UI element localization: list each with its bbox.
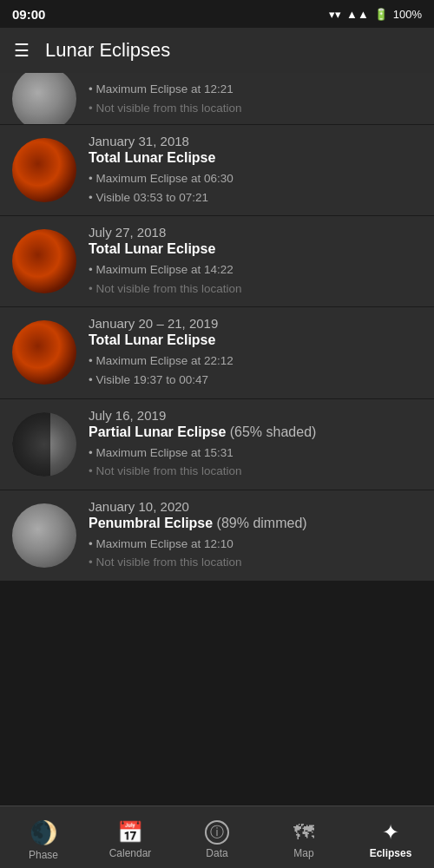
app-header: ☰ Lunar Eclipses	[0, 28, 434, 73]
eclipse-date: July 16, 2019	[89, 408, 422, 423]
eclipse-type: Partial Lunar Eclipse (65% shaded)	[89, 424, 422, 440]
eclipse-type: Penumbral Eclipse (89% dimmed)	[89, 516, 422, 531]
detail-line-1: • Maximum Eclipse at 06:30	[89, 172, 233, 185]
eclipses-icon: ✦	[382, 820, 399, 845]
eclipse-detail: • Maximum Eclipse at 12:10 • Not visible…	[89, 535, 422, 572]
nav-phase[interactable]: 🌒 Phase	[0, 814, 87, 861]
eclipse-detail: • Maximum Eclipse at 14:22 • Not visible…	[89, 260, 422, 298]
detail-line-1: • Maximum Eclipse at 12:21	[89, 82, 233, 95]
eclipse-detail: • Maximum Eclipse at 06:30 • Visible 03:…	[89, 169, 422, 207]
nav-phase-label: Phase	[29, 849, 58, 861]
nav-map[interactable]: 🗺 Map	[260, 815, 347, 859]
eclipse-info: July 16, 2019 Partial Lunar Eclipse (65%…	[89, 408, 422, 481]
detail-line-1: • Maximum Eclipse at 12:10	[89, 537, 233, 550]
phase-icon: 🌒	[30, 819, 57, 846]
battery-icon: 🔋	[374, 8, 388, 21]
map-icon: 🗺	[293, 820, 314, 845]
moon-image	[12, 138, 76, 202]
nav-map-label: Map	[293, 847, 313, 859]
detail-line-2: • Not visible from this location	[89, 556, 242, 569]
moon-image	[12, 412, 76, 477]
nav-data-label: Data	[206, 847, 227, 859]
nav-eclipses-label: Eclipses	[370, 847, 412, 859]
eclipse-info: January 31, 2018 Total Lunar Eclipse • M…	[89, 134, 422, 207]
nav-data[interactable]: ⓘ Data	[174, 815, 260, 859]
eclipse-list: • Maximum Eclipse at 12:21 • Not visible…	[0, 73, 434, 806]
list-item[interactable]: January 20 – 21, 2019 Total Lunar Eclips…	[0, 307, 434, 398]
status-icons: ▾▾ ▲▲ 🔋 100%	[329, 8, 422, 21]
wifi-icon: ▾▾	[329, 8, 341, 21]
eclipse-date: January 20 – 21, 2019	[89, 316, 422, 331]
detail-line-2: • Not visible from this location	[89, 282, 242, 295]
eclipse-detail: • Maximum Eclipse at 22:12 • Visible 19:…	[89, 352, 422, 389]
eclipse-type: Total Lunar Eclipse	[89, 332, 422, 348]
eclipse-date: January 10, 2020	[89, 499, 422, 514]
detail-line-1: • Maximum Eclipse at 14:22	[89, 263, 233, 276]
moon-image	[12, 503, 76, 568]
moon-image	[12, 73, 76, 125]
signal-icon: ▲▲	[346, 8, 369, 21]
moon-image	[12, 229, 76, 293]
status-time: 09:00	[12, 7, 45, 22]
list-item[interactable]: July 27, 2018 Total Lunar Eclipse • Maxi…	[0, 216, 434, 307]
status-bar: 09:00 ▾▾ ▲▲ 🔋 100%	[0, 0, 434, 28]
detail-line-1: • Maximum Eclipse at 22:12	[89, 354, 233, 367]
page-title: Lunar Eclipses	[45, 39, 170, 62]
eclipse-info: January 20 – 21, 2019 Total Lunar Eclips…	[89, 316, 422, 389]
moon-image	[12, 320, 76, 385]
eclipse-info: July 27, 2018 Total Lunar Eclipse • Maxi…	[89, 225, 422, 298]
eclipse-info: January 10, 2020 Penumbral Eclipse (89% …	[89, 499, 422, 572]
nav-calendar[interactable]: 📅 Calendar	[87, 815, 174, 859]
list-item[interactable]: July 16, 2019 Partial Lunar Eclipse (65%…	[0, 399, 434, 490]
list-item[interactable]: January 31, 2018 Total Lunar Eclipse • M…	[0, 125, 434, 216]
battery-percentage: 100%	[393, 8, 422, 21]
eclipse-info: • Maximum Eclipse at 12:21 • Not visible…	[89, 80, 422, 117]
detail-line-1: • Maximum Eclipse at 15:31	[89, 446, 233, 459]
menu-button[interactable]: ☰	[14, 40, 30, 61]
eclipse-type: Total Lunar Eclipse	[89, 150, 422, 166]
eclipse-type: Total Lunar Eclipse	[89, 241, 422, 257]
calendar-icon: 📅	[117, 820, 143, 845]
eclipse-detail: • Maximum Eclipse at 12:21 • Not visible…	[89, 80, 422, 117]
detail-line-2: • Not visible from this location	[89, 464, 242, 477]
detail-line-2: • Visible 03:53 to 07:21	[89, 191, 208, 204]
data-icon: ⓘ	[205, 820, 229, 845]
eclipse-date: July 27, 2018	[89, 225, 422, 240]
list-item[interactable]: • Maximum Eclipse at 12:21 • Not visible…	[0, 73, 434, 125]
eclipse-detail: • Maximum Eclipse at 15:31 • Not visible…	[89, 444, 422, 481]
nav-calendar-label: Calendar	[109, 847, 152, 859]
list-item[interactable]: January 10, 2020 Penumbral Eclipse (89% …	[0, 490, 434, 582]
eclipse-date: January 31, 2018	[89, 134, 422, 148]
nav-eclipses[interactable]: ✦ Eclipses	[347, 815, 434, 859]
detail-line-2: • Visible 19:37 to 00:47	[89, 373, 208, 386]
detail-line-2: • Not visible from this location	[89, 102, 242, 115]
bottom-navigation: 🌒 Phase 📅 Calendar ⓘ Data 🗺 Map ✦ Eclips…	[0, 806, 434, 868]
